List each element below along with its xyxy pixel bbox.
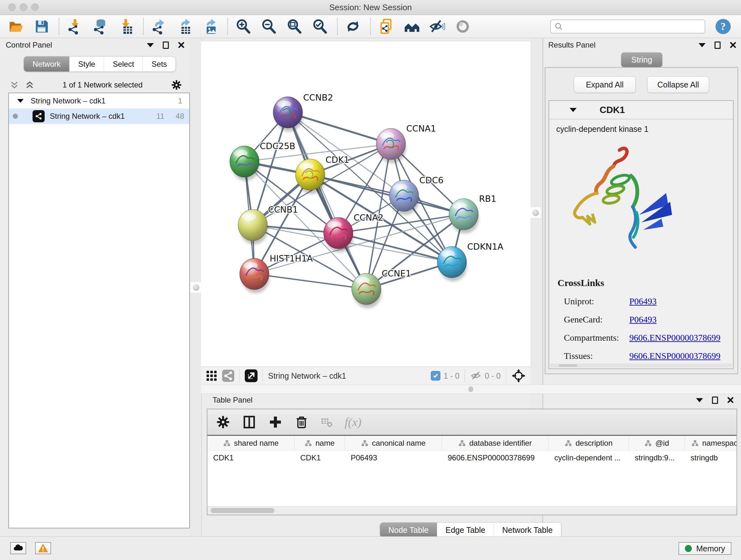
collapse-all-networks-icon[interactable] <box>25 80 35 90</box>
expand-all-networks-icon[interactable] <box>10 80 19 90</box>
cloud-status-button[interactable] <box>10 542 26 554</box>
show-panel-eye-icon[interactable] <box>454 17 472 36</box>
node-CCNE1[interactable]: CCNE1 <box>352 268 411 308</box>
panel-close-icon[interactable] <box>727 396 734 403</box>
collection-expand-icon[interactable] <box>17 99 23 103</box>
column-header-database-identifier[interactable]: database identifier <box>442 436 549 450</box>
collapse-entry-icon[interactable] <box>569 108 577 112</box>
node-HIST1H1A[interactable]: HIST1H1A <box>240 253 313 293</box>
table-horizontal-scrollbar[interactable] <box>207 506 737 515</box>
zoom-fit-icon[interactable] <box>285 17 303 36</box>
delete-table-icon[interactable] <box>320 416 333 428</box>
tab-string[interactable]: String <box>621 52 662 67</box>
panel-float-icon[interactable] <box>163 42 169 49</box>
help-icon[interactable]: ? <box>715 18 731 35</box>
export-table-icon[interactable] <box>176 17 193 36</box>
results-horizontal-scrollbar[interactable] <box>550 364 732 368</box>
table-row[interactable]: CDK1 CDK1 P06493 9606.ENSP00000378699 cy… <box>207 450 737 465</box>
selected-indicator-checkbox[interactable] <box>431 371 441 381</box>
import-network-database-icon[interactable] <box>91 17 109 36</box>
cell-canonical-name[interactable]: P06493 <box>345 453 442 462</box>
search-input[interactable] <box>566 22 701 31</box>
edge-CCNB2-CCNA1[interactable] <box>288 112 391 144</box>
column-header-id[interactable]: @id <box>629 436 685 450</box>
network-row-selected[interactable]: String Network – cdk1 11 48 <box>9 109 189 124</box>
panel-close-icon[interactable] <box>178 42 185 49</box>
import-network-file-icon[interactable] <box>66 17 84 36</box>
tab-node-table[interactable]: Node Table <box>380 523 437 537</box>
column-header-name[interactable]: name <box>294 436 345 450</box>
left-splitter-handle[interactable] <box>190 282 202 293</box>
export-network-icon[interactable] <box>150 17 168 36</box>
cell-name[interactable]: CDK1 <box>294 453 345 462</box>
scrollbar-thumb[interactable] <box>211 508 274 513</box>
network-share-view-icon[interactable] <box>222 370 234 382</box>
import-table-file-icon[interactable] <box>117 17 135 36</box>
panel-close-icon[interactable] <box>730 42 737 49</box>
hide-panel-eye-icon[interactable] <box>428 17 446 36</box>
refresh-icon[interactable] <box>344 17 362 36</box>
tab-network[interactable]: Network <box>24 57 70 71</box>
horizontal-splitter[interactable] <box>201 385 741 394</box>
node-CDC6[interactable]: CDC6 <box>389 175 444 215</box>
create-column-plus-icon[interactable] <box>268 415 283 429</box>
cell-namespace[interactable]: stringdb <box>685 453 737 462</box>
crosslink-genecard-link[interactable]: P06493 <box>629 314 657 325</box>
panel-menu-icon[interactable] <box>147 43 154 47</box>
show-columns-icon[interactable] <box>242 415 257 429</box>
horizontal-splitter-handle[interactable] <box>468 386 473 392</box>
crosslink-compartments-link[interactable]: 9606.ENSP00000378699 <box>629 333 720 343</box>
zoom-in-icon[interactable] <box>234 17 252 36</box>
column-header-shared-name[interactable]: shared name <box>207 436 294 450</box>
warnings-button[interactable] <box>35 542 51 554</box>
cell-description[interactable]: cyclin-dependent ... <box>549 453 629 462</box>
fit-selected-crosshair-icon[interactable] <box>511 368 526 383</box>
birds-eye-view-icon[interactable] <box>245 369 258 382</box>
hidden-elements-eye-icon[interactable] <box>470 370 482 381</box>
node-CDKN1A[interactable]: CDKN1A <box>437 242 503 281</box>
cell-id[interactable]: stringdb:9... <box>629 453 685 462</box>
node-CCNA1[interactable]: CCNA1 <box>376 124 436 163</box>
panel-menu-icon[interactable] <box>698 43 705 47</box>
delete-column-trash-icon[interactable] <box>294 415 309 429</box>
collapse-all-button[interactable]: Collapse All <box>647 76 709 93</box>
tab-style[interactable]: Style <box>70 57 104 71</box>
node-CDK1[interactable]: CDK1 <box>295 155 349 194</box>
tab-network-table[interactable]: Network Table <box>494 523 561 537</box>
tab-sets[interactable]: Sets <box>143 57 176 71</box>
network-canvas[interactable]: CCNB2CCNA1CDC25BCDK1CDC6RB1CCNB1CCNA2CDK… <box>201 41 530 367</box>
expand-all-button[interactable]: Expand All <box>574 76 636 93</box>
clone-network-icon[interactable] <box>377 17 395 36</box>
tab-select[interactable]: Select <box>104 57 143 71</box>
right-splitter-handle[interactable] <box>530 207 541 219</box>
column-header-canonical-name[interactable]: canonical name <box>345 436 442 450</box>
function-builder-icon[interactable]: f(x) <box>345 415 361 429</box>
network-collection-row[interactable]: String Network – cdk1 1 <box>9 93 189 109</box>
tab-edge-table[interactable]: Edge Table <box>437 523 494 537</box>
node-details-header[interactable]: CDK1 <box>549 101 733 119</box>
panel-float-icon[interactable] <box>715 42 721 49</box>
cell-shared-name[interactable]: CDK1 <box>207 453 294 462</box>
open-session-icon[interactable] <box>7 17 25 36</box>
export-image-icon[interactable] <box>201 17 219 36</box>
grid-view-icon[interactable] <box>205 370 218 382</box>
column-header-description[interactable]: description <box>549 436 629 450</box>
network-graph[interactable]: CCNB2CCNA1CDC25BCDK1CDC6RB1CCNB1CCNA2CDK… <box>201 41 530 367</box>
network-options-gear-icon[interactable] <box>171 79 182 91</box>
table-options-gear-icon[interactable] <box>216 415 230 429</box>
left-splitter[interactable] <box>191 38 202 537</box>
cell-database-identifier[interactable]: 9606.ENSP00000378699 <box>442 453 549 462</box>
panel-menu-icon[interactable] <box>696 398 703 402</box>
memory-button[interactable]: Memory <box>678 542 731 555</box>
crosslink-uniprot-link[interactable]: P06493 <box>629 296 657 307</box>
panel-float-icon[interactable] <box>712 396 718 404</box>
save-session-icon[interactable] <box>32 17 51 36</box>
node-CCNB1[interactable]: CCNB1 <box>238 205 298 244</box>
zoom-selected-icon[interactable] <box>311 17 329 36</box>
crosslink-tissues-link[interactable]: 9606.ENSP00000378699 <box>629 351 720 361</box>
node-RB1[interactable]: RB1 <box>449 194 496 233</box>
column-header-namespace[interactable]: namespace <box>685 436 737 450</box>
edge-HIST1H1A-CCNE1[interactable] <box>254 274 366 289</box>
node-CCNA2[interactable]: CCNA2 <box>324 212 384 252</box>
home-icon[interactable] <box>403 17 421 36</box>
